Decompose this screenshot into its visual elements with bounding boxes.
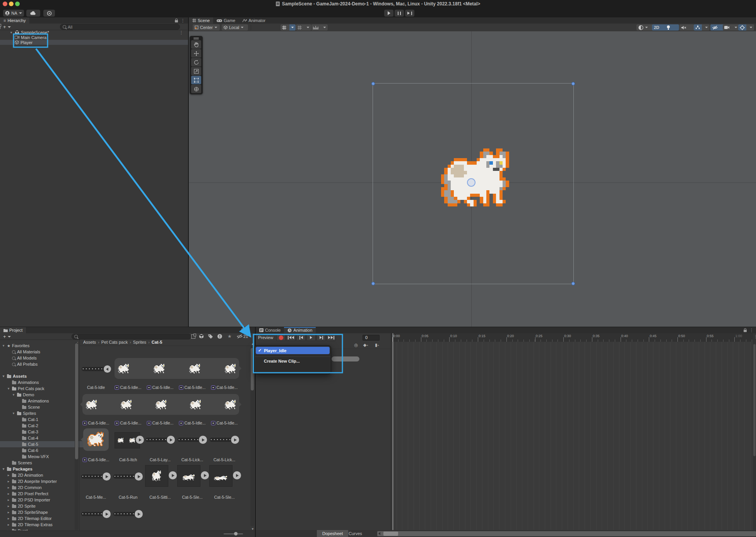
hierarchy-row-main-camera[interactable]: Main Camera <box>0 35 188 40</box>
ruler-options-icon[interactable]: ⋮ <box>754 334 756 339</box>
sprite-thumb[interactable] <box>86 399 98 410</box>
project-tree-item-2d-pixel-perfect[interactable]: ▸2D Pixel Perfect <box>0 491 86 497</box>
clip-square-thumb-cat-5-sitti-[interactable] <box>145 465 168 487</box>
project-tree-item-2d-animation[interactable]: ▸2D Animation <box>0 472 86 478</box>
tab-project[interactable]: Project <box>0 327 26 333</box>
expand-arrow[interactable]: ▸ <box>7 517 10 520</box>
hierarchy-search-input[interactable]: All <box>60 24 180 30</box>
tab-console[interactable]: Console <box>256 327 284 333</box>
sprite-thumb[interactable] <box>118 363 130 374</box>
package-filter-icon[interactable] <box>199 334 204 339</box>
expand-arrow[interactable]: ▸ <box>7 523 10 527</box>
expand-arrow[interactable]: ▸ <box>7 510 10 514</box>
sprite-thumb[interactable] <box>224 399 237 410</box>
create-asset-caret[interactable] <box>8 336 11 338</box>
project-tree-item-animations[interactable]: Animations <box>0 379 86 385</box>
tab-hierarchy[interactable]: ≡ Hierarchy <box>0 17 29 24</box>
expand-arrow[interactable]: ▸ <box>7 504 10 508</box>
sprite-group-0[interactable] <box>115 358 239 379</box>
tab-curves[interactable]: Curves <box>343 530 368 537</box>
breadcrumb-item-pet-cats-pack[interactable]: Pet Cats pack <box>101 340 128 344</box>
camera-settings-dropdown[interactable] <box>723 24 739 31</box>
add-object-button[interactable]: + <box>3 24 6 30</box>
breadcrumb-item-assets[interactable]: Assets <box>83 340 96 344</box>
rotate-tool-button[interactable] <box>191 58 201 66</box>
project-tree-item-2d-sprite[interactable]: ▸2D Sprite <box>0 503 86 509</box>
tab-game[interactable]: Game <box>213 17 239 24</box>
lock-icon[interactable] <box>175 20 178 22</box>
sprite-thumb[interactable] <box>155 399 168 410</box>
sprite-thumb[interactable] <box>190 399 202 410</box>
tree-scrollbar[interactable]: ▼ <box>75 343 79 530</box>
timeline-hscrollbar[interactable] <box>377 531 756 536</box>
sprite-thumb[interactable] <box>153 363 166 374</box>
project-tree-item-2d-tilemap-editor[interactable]: ▸2D Tilemap Editor <box>0 515 86 522</box>
kebab-menu-icon[interactable]: ⋮ <box>247 327 251 333</box>
hand-tool-button[interactable] <box>191 40 201 49</box>
expand-arrow[interactable]: ▸ <box>7 498 10 502</box>
grid-scrollbar[interactable]: ▲ ▼ <box>250 346 254 526</box>
play-clip-button[interactable] <box>103 472 111 481</box>
project-tree-item-2d-aseprite-importer[interactable]: ▸2D Aseprite Importer <box>0 478 86 484</box>
scroll-left-arrow[interactable] <box>378 532 380 535</box>
play-clip-button[interactable] <box>167 436 175 444</box>
breadcrumb-item-cat-5[interactable]: Cat-5 <box>152 340 162 344</box>
lock-icon[interactable] <box>241 330 244 332</box>
expand-arrow[interactable]: ▸ <box>7 479 10 483</box>
grid-snap-caret[interactable] <box>289 24 296 31</box>
selection-handle-tr[interactable] <box>571 82 575 85</box>
preview-button[interactable]: Preview <box>258 335 273 340</box>
tab-animation[interactable]: Animation <box>284 327 316 333</box>
gizmos-caret[interactable] <box>748 24 754 31</box>
play-clip-button[interactable] <box>199 436 207 444</box>
pivot-mode-dropdown[interactable]: Center <box>193 24 220 31</box>
player-cat-sprite[interactable] <box>441 148 512 207</box>
scroll-up-arrow[interactable]: ▲ <box>251 342 254 346</box>
sprite-group-1[interactable] <box>82 394 239 415</box>
rect-tool-button[interactable] <box>191 76 201 84</box>
add-keyframe-target-icon[interactable]: ◎ <box>354 343 358 348</box>
dopesheet-area[interactable] <box>391 342 753 530</box>
expand-arrow[interactable]: ▸ <box>7 473 10 477</box>
selection-handle-br[interactable] <box>571 282 575 285</box>
play-clip-button[interactable] <box>136 436 144 444</box>
first-frame-button[interactable] <box>286 334 296 341</box>
project-tree-item-packages[interactable]: ▾Packages <box>0 466 81 472</box>
create-asset-button[interactable]: + <box>3 334 6 339</box>
timeline-scrollbar-thumb[interactable] <box>753 344 756 456</box>
sprite-pivot-gizmo[interactable] <box>467 178 475 187</box>
previous-frame-button[interactable] <box>296 334 306 341</box>
sprite-thumb[interactable] <box>224 363 237 374</box>
playhead[interactable] <box>393 333 393 530</box>
lock-icon[interactable] <box>744 330 747 332</box>
slider-knob[interactable] <box>234 532 238 535</box>
breadcrumb-item-sprites[interactable]: Sprites <box>133 340 146 344</box>
tab-animator[interactable]: Animator <box>239 17 269 24</box>
menu-item-create-new-clip[interactable]: Create New Clip... <box>255 359 331 363</box>
shading-mode-dropdown[interactable] <box>636 24 653 31</box>
clip-square-thumb-cat-5-sle-[interactable] <box>177 465 200 487</box>
next-frame-button[interactable] <box>316 334 326 341</box>
grid-snap-toggle[interactable] <box>281 24 296 31</box>
effects-caret[interactable] <box>703 24 710 31</box>
timeline-ruler[interactable]: 0:000:050:100:150:200:250:300:350:400:45… <box>391 333 753 342</box>
hierarchy-row-samplescene-[interactable]: ▾SampleScene*⋮ <box>0 30 188 35</box>
2d-view-toggle[interactable]: 2D <box>652 24 666 31</box>
expand-arrow[interactable]: ▾ <box>2 344 5 348</box>
label-filter-icon[interactable] <box>208 334 213 339</box>
project-tree-item-all-models[interactable]: All Models <box>0 355 86 361</box>
grid-scrollbar-thumb[interactable] <box>251 348 254 390</box>
overlay-drag-handle[interactable] <box>190 37 202 40</box>
selection-handle-bl[interactable] <box>371 282 375 285</box>
frame-number-field[interactable]: 0 <box>363 335 380 341</box>
project-tree-item-all-prefabs[interactable]: All Prefabs <box>0 361 86 367</box>
space-mode-dropdown[interactable]: Local <box>222 24 248 31</box>
expand-arrow[interactable]: ▾ <box>12 393 15 397</box>
last-frame-button[interactable] <box>327 334 336 341</box>
project-tree-item-pet-cats-pack[interactable]: ▾Pet Cats pack <box>0 385 86 392</box>
grid-visibility-caret[interactable] <box>305 24 311 31</box>
play-clip-button[interactable] <box>103 510 111 518</box>
snap-increment-caret[interactable] <box>322 24 328 31</box>
grid-visibility-dropdown[interactable] <box>296 24 311 31</box>
project-tree-item-2d-spriteshape[interactable]: ▸2D SpriteShape <box>0 509 86 515</box>
